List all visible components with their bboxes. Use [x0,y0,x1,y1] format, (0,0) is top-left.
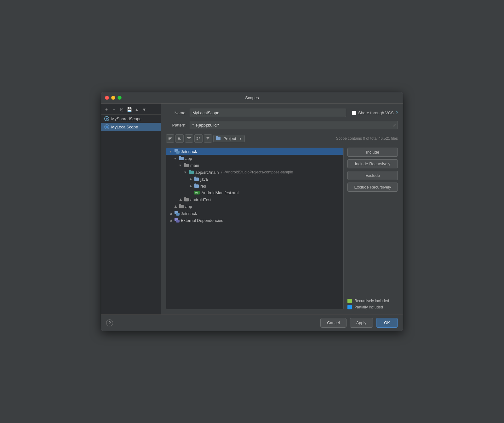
file-tree: ▼ Jetsnack ▼ app [166,148,344,309]
side-buttons-panel: Include Include Recursively Exclude Excl… [347,148,398,309]
main-content: Name: Share through VCS ? Pattern: ⤢ [161,104,403,314]
project-dropdown-label: Project [223,136,236,141]
minimize-button[interactable] [111,96,115,100]
tree-arrow-app: ▼ [173,156,178,161]
tree-node-main[interactable]: ▼ main [166,162,343,169]
remove-scope-button[interactable]: － [111,106,117,113]
share-vcs-label: Share through VCS [358,110,394,115]
tree-icon-external-deps [175,218,180,223]
tree-node-app-src-main[interactable]: ▼ app/src/main (~/AndroidStudioProjects/… [166,169,343,176]
copy-scope-button[interactable]: ⎘ [118,106,125,113]
manifest-badge: MF [194,191,200,195]
tree-icon-jetsnack [175,149,180,154]
tree-node-app2[interactable]: ▶ app [166,203,343,210]
svg-rect-4 [178,138,180,139]
tree-arrow-main: ▼ [178,163,183,168]
exclude-button[interactable]: Exclude [347,171,398,180]
tree-node-android-test[interactable]: ▶ androidTest [166,196,343,203]
expand-all-button[interactable] [175,134,184,143]
svg-rect-6 [187,137,191,138]
local-scope-label: MyLocalScope [111,125,138,129]
svg-rect-7 [188,138,190,139]
tree-icon-java [194,177,199,182]
tree-label-java: java [200,177,208,182]
sidebar-item-my-shared-scope[interactable]: MySharedScope [101,115,161,123]
tree-node-external-deps[interactable]: ▶ External Dependencies [166,217,343,224]
local-scope-icon [104,124,109,129]
dialog-title: Scopes [245,95,259,100]
tree-arrow-app2: ▶ [173,204,178,209]
share-vcs-help-icon[interactable]: ? [396,110,398,115]
share-vcs-checkbox[interactable] [352,111,356,115]
bottom-bar: ? Cancel Apply OK [101,314,403,331]
bottom-left: ? [106,319,113,326]
legend-color-partially-included [347,305,352,309]
name-input[interactable] [190,109,346,117]
tree-label-jetsnack: Jetsnack [181,149,197,154]
scopes-dialog: Scopes ＋ － ⎘ 💾 ▲ ▼ MySharedScope [101,92,403,331]
legend-item-recursively-included: Recursively included [347,299,398,303]
include-recursively-button[interactable]: Include Recursively [347,159,398,168]
tree-and-buttons: ▼ Jetsnack ▼ app [166,148,398,309]
svg-rect-9 [197,137,198,138]
flatten-button[interactable] [185,134,193,143]
scope-icon-inner [106,118,108,120]
dialog-body: ＋ － ⎘ 💾 ▲ ▼ MySharedScope My [101,104,403,314]
apply-button[interactable]: Apply [350,318,373,328]
tree-node-android-manifest[interactable]: MF AndroidManifest.xml [166,189,343,196]
group-button[interactable] [194,134,203,143]
tree-node-jetsnack2[interactable]: ▶ Jetsnack [166,210,343,217]
maximize-button[interactable] [117,96,122,100]
filter-button[interactable] [204,134,212,143]
tree-arrow-app-src-main: ▼ [183,170,188,175]
tree-node-java[interactable]: ▶ java [166,176,343,183]
pattern-expand-icon[interactable]: ⤢ [393,123,396,127]
tree-arrow-external-deps: ▶ [168,218,173,223]
save-scope-button[interactable]: 💾 [126,106,133,113]
pattern-input-wrapper: ⤢ [190,121,398,129]
shared-scope-label: MySharedScope [111,116,141,121]
tree-node-app[interactable]: ▼ app [166,155,343,162]
sidebar: ＋ － ⎘ 💾 ▲ ▼ MySharedScope My [101,104,161,314]
ok-button[interactable]: OK [376,318,398,328]
move-up-button[interactable]: ▲ [133,106,140,113]
legend-color-recursively-included [347,299,352,303]
tree-toolbar: Project ▼ Scope contains 0 of total 46,5… [166,133,398,144]
project-dropdown-folder-icon [216,137,220,140]
tree-arrow-android-test: ▶ [178,197,183,202]
tree-label-jetsnack2: Jetsnack [181,211,197,216]
bottom-right: Cancel Apply OK [320,318,398,328]
exclude-recursively-button[interactable]: Exclude Recursively [347,183,398,192]
close-button[interactable] [105,96,109,100]
tree-node-jetsnack-root[interactable]: ▼ Jetsnack [166,148,343,155]
add-scope-button[interactable]: ＋ [103,106,110,113]
tree-label-app2: app [185,204,192,209]
shared-scope-icon [104,116,109,121]
tree-label-main: main [190,163,199,168]
tree-arrow-java: ▶ [188,177,193,182]
project-dropdown[interactable]: Project ▼ [213,135,245,142]
tree-arrow-jetsnack2: ▶ [168,211,173,216]
title-bar: Scopes [101,92,403,104]
tree-label-app-src-main: app/src/main [195,170,219,175]
legend-item-partially-included: Partially included [347,305,398,309]
move-down-button[interactable]: ▼ [141,106,148,113]
svg-rect-10 [199,137,200,138]
scope-icon-inner-active [106,126,108,128]
name-field-row: Name: Share through VCS ? [166,109,398,117]
collapse-all-button[interactable] [166,134,174,143]
tree-node-res[interactable]: ▶ res [166,183,343,189]
pattern-label: Pattern: [166,123,186,127]
sidebar-item-my-local-scope[interactable]: MyLocalScope [101,123,161,131]
project-dropdown-arrow-icon: ▼ [239,137,242,140]
tree-icon-android-test [184,197,189,202]
pattern-input[interactable] [190,121,398,129]
help-button[interactable]: ? [106,319,113,326]
pattern-field-row: Pattern: ⤢ [166,121,398,129]
include-button[interactable]: Include [347,148,398,157]
svg-rect-11 [197,139,198,140]
tree-icon-main [184,163,189,168]
cancel-button[interactable]: Cancel [320,318,346,328]
tree-label-android-manifest: AndroidManifest.xml [202,190,239,195]
legend-label-partially-included: Partially included [354,305,383,309]
